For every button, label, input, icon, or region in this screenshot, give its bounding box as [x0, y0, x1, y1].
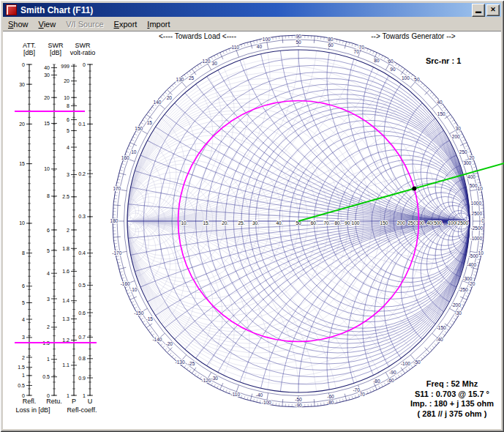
- svg-text:-300: -300: [462, 276, 472, 281]
- svg-text:10: 10: [19, 220, 25, 226]
- svg-text:0.5: 0.5: [78, 283, 86, 288]
- svg-text:100: 100: [352, 220, 360, 226]
- svg-text:0.4: 0.4: [78, 250, 86, 256]
- svg-text:90: 90: [296, 34, 301, 39]
- svg-text:-110: -110: [231, 392, 241, 397]
- svg-text:8: 8: [47, 193, 50, 198]
- source-number-label: Src-nr : 1: [426, 56, 461, 65]
- svg-text:400: 400: [467, 174, 475, 179]
- menu-item-view[interactable]: View: [34, 18, 61, 30]
- svg-text:-50: -50: [295, 397, 302, 402]
- menubar: Show View V/I Source Export Import: [3, 17, 501, 31]
- svg-text:999: 999: [61, 64, 69, 69]
- svg-text:-80: -80: [373, 379, 380, 384]
- menu-item-show[interactable]: Show: [3, 18, 34, 30]
- svg-text:40: 40: [257, 44, 263, 49]
- svg-text:40.: 40.: [276, 220, 282, 226]
- menu-item-vi-source: V/I Source: [61, 18, 108, 30]
- svg-text:0.5: 0.5: [42, 374, 50, 379]
- svg-text:20: 20: [64, 78, 69, 83]
- svg-text:30: 30: [212, 61, 218, 66]
- svg-text:4: 4: [22, 317, 25, 322]
- marker-dot: [412, 186, 416, 190]
- svg-text:70: 70: [354, 49, 360, 54]
- svg-text:80: 80: [328, 37, 334, 42]
- svg-text:0.1: 0.1: [78, 122, 86, 127]
- svg-text:15: 15: [44, 121, 50, 126]
- svg-text:60.: 60.: [311, 220, 317, 226]
- svg-text:20.: 20.: [222, 220, 228, 226]
- svg-text:160: 160: [121, 155, 129, 160]
- svg-text:1: 1: [47, 357, 50, 362]
- svg-text:2: 2: [47, 324, 50, 329]
- svg-text:-200: -200: [451, 302, 461, 308]
- menu-item-export[interactable]: Export: [109, 18, 143, 30]
- svg-text:40: 40: [44, 65, 50, 70]
- svg-text:5: 5: [47, 248, 50, 253]
- svg-text:25.: 25.: [238, 220, 244, 226]
- svg-text:0.5: 0.5: [18, 383, 25, 388]
- scale-footer-u: U: [84, 398, 96, 405]
- svg-text:6: 6: [47, 228, 50, 233]
- svg-text:-170: -170: [112, 250, 121, 256]
- svg-text:1.3: 1.3: [62, 316, 69, 321]
- svg-text:-60: -60: [387, 378, 394, 383]
- svg-text:-70: -70: [353, 387, 360, 392]
- svg-text:15.: 15.: [203, 220, 209, 226]
- svg-text:-30: -30: [455, 310, 462, 316]
- minimize-button[interactable]: ▬: [472, 4, 485, 17]
- titlebar[interactable]: Smith Chart (F11) ▬ ✕: [3, 3, 501, 17]
- svg-text:90: 90: [390, 67, 396, 72]
- readout-s11: S11 : 0.703 @ 15.7 °: [397, 390, 504, 400]
- svg-text:-160: -160: [121, 281, 130, 286]
- svg-text:50: 50: [414, 77, 420, 82]
- svg-text:-10: -10: [130, 287, 138, 292]
- readout-frequency: Freq : 52 Mhz: [397, 379, 504, 390]
- svg-text:0: 0: [481, 218, 484, 223]
- svg-text:150: 150: [380, 220, 388, 226]
- svg-text:-40: -40: [436, 337, 443, 342]
- scale-header-swr-ratio-line2: volt-ratio: [61, 49, 104, 56]
- svg-text:10: 10: [64, 95, 69, 100]
- svg-text:1.5: 1.5: [18, 365, 25, 370]
- svg-text:8: 8: [22, 250, 25, 256]
- svg-text:-100: -100: [262, 400, 271, 405]
- scale-footer-p: P: [68, 398, 80, 405]
- close-button[interactable]: ✕: [486, 4, 500, 16]
- towards-generator-label: --> Towards Generator -->: [371, 32, 455, 40]
- svg-text:180: 180: [110, 218, 119, 223]
- svg-text:3: 3: [67, 172, 69, 177]
- svg-text:30: 30: [19, 82, 25, 87]
- svg-text:-90: -90: [295, 403, 302, 408]
- svg-text:2500: 2500: [472, 211, 483, 216]
- svg-text:-20: -20: [468, 281, 475, 286]
- svg-text:0.9: 0.9: [78, 376, 86, 381]
- svg-text:-50: -50: [413, 360, 421, 365]
- svg-text:15: 15: [147, 120, 153, 125]
- svg-text:1.2: 1.2: [62, 338, 69, 343]
- svg-text:500.: 500.: [434, 220, 443, 226]
- svg-text:70.: 70.: [323, 220, 330, 226]
- svg-text:4: 4: [67, 145, 69, 150]
- svg-text:500: 500: [470, 183, 478, 188]
- svg-text:-2500: -2500: [470, 226, 483, 231]
- svg-text:30: 30: [456, 126, 462, 131]
- scale-header-att: ATT. [dB]: [15, 42, 44, 56]
- svg-text:1.6: 1.6: [62, 269, 69, 274]
- svg-text:40: 40: [437, 100, 443, 105]
- svg-text:140: 140: [154, 100, 162, 105]
- svg-text:0: 0: [22, 62, 25, 67]
- svg-text:80.: 80.: [334, 220, 341, 226]
- svg-text:-250: -250: [459, 287, 468, 292]
- svg-text:-150: -150: [134, 310, 143, 316]
- scale-header-att-line2: [dB]: [15, 49, 44, 56]
- svg-text:3: 3: [22, 335, 25, 340]
- svg-text:-120: -120: [201, 378, 211, 383]
- svg-text:6: 6: [22, 283, 25, 288]
- readout-impedance: Imp. : 180 + j 135 ohm: [397, 399, 504, 409]
- menu-item-import[interactable]: Import: [142, 18, 175, 30]
- svg-text:90: 90: [345, 220, 350, 226]
- svg-text:-25: -25: [188, 361, 195, 366]
- readout-impedance-parallel: ( 281 // j 375 ohm ): [397, 409, 504, 420]
- svg-text:-20: -20: [166, 341, 173, 346]
